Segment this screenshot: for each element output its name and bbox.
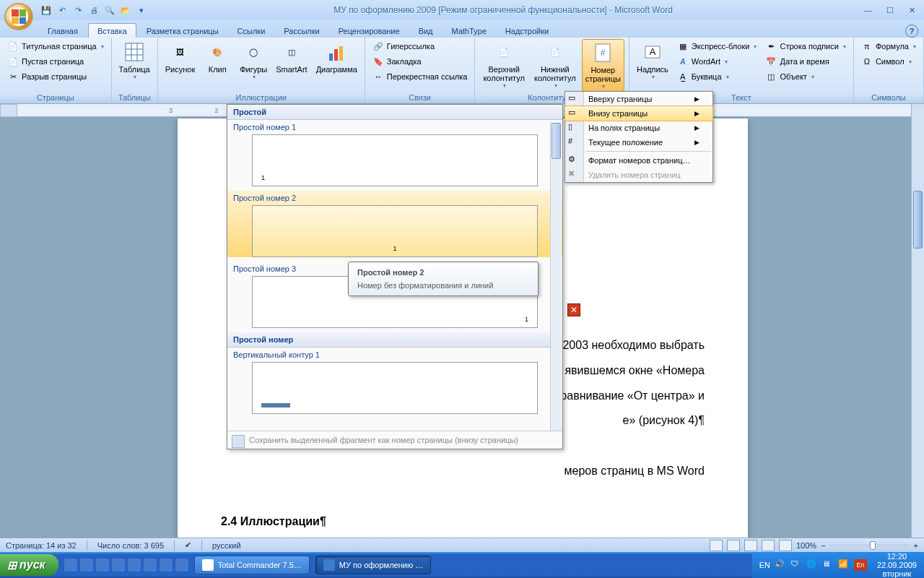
tray-icon-1[interactable]: 🔊 [775,559,786,571]
crossref-button[interactable]: ↔Перекрестная ссылка [370,69,471,84]
view-draft-button[interactable] [779,540,792,551]
help-button[interactable]: ? [905,25,918,38]
start-button[interactable]: ⊞пуск [0,554,58,576]
gallery-item-plain-1[interactable]: Простой номер 1 1 [227,120,562,186]
table-button[interactable]: Таблица▾ [116,39,153,82]
tab-page-layout[interactable]: Разметка страницы [138,24,227,38]
redo-icon[interactable]: ↷ [72,4,84,16]
menu-current-position[interactable]: #Текущее положение▶ [565,135,712,150]
header-button[interactable]: 📄Верхний колонтитул▾ [479,39,528,90]
ruler-corner[interactable] [0,104,17,117]
zoom-slider[interactable] [830,544,910,547]
page-number-icon: # [591,41,614,64]
dropcap-button[interactable]: A̲Буквица▾ [674,69,760,84]
smartart-button[interactable]: ◫SmartArt [273,39,310,75]
tab-addins[interactable]: Надстройки [497,24,557,38]
zoom-slider-handle[interactable] [870,541,876,550]
svg-rect-7 [339,46,343,61]
qat-more-icon[interactable]: ▾ [136,4,147,16]
equation-button[interactable]: πФормула▾ [858,39,919,53]
tab-mathtype[interactable]: MathType [443,24,495,38]
tray-lang-text[interactable]: EN [759,561,770,569]
footer-button[interactable]: 📄Нижний колонтитул▾ [531,39,579,90]
tray-icon-2[interactable]: 🛡 [790,559,802,571]
page-number-button[interactable]: #Номер страницы▾ [582,39,624,92]
gallery-scroll-thumb[interactable] [552,123,561,159]
tab-view[interactable]: Вид [410,24,442,38]
ql-icon-5[interactable] [128,558,141,571]
textbox-button[interactable]: AНадпись▾ [634,39,671,82]
tab-insert[interactable]: Вставка [88,23,136,38]
ribbon: 📄Титульная страница▾ 📄Пустая страница ✂Р… [0,38,924,104]
shapes-button[interactable]: ◯Фигуры▾ [237,39,270,82]
tab-mailings[interactable]: Рассылки [275,24,328,38]
tab-review[interactable]: Рецензирование [330,24,409,38]
ql-icon-7[interactable] [160,558,173,571]
taskbar-task-word[interactable]: МУ по оформлению … [315,556,431,574]
open-icon[interactable]: 📂 [120,4,131,16]
taskbar-task-totalcommander[interactable]: Total Commander 7.5… [194,556,310,574]
vertical-scrollbar[interactable] [911,104,924,538]
zoom-out-button[interactable]: − [821,541,825,550]
menu-top-of-page[interactable]: ▭Вверху страницы▶ [565,92,712,106]
status-language[interactable]: русский [212,541,240,550]
signature-line-button[interactable]: ✒Строка подписи▾ [762,39,848,53]
maximize-button[interactable]: ☐ [881,4,899,16]
undo-icon[interactable]: ↶ [56,4,68,16]
embedded-frame-close-button[interactable]: ✕ [567,303,580,316]
chart-button[interactable]: Диаграмма [313,39,360,75]
zoom-in-button[interactable]: + [914,541,918,550]
object-button[interactable]: ◫Объект▾ [762,69,848,84]
datetime-button[interactable]: 📅Дата и время [762,54,848,69]
dropcap-icon: A̲ [677,71,689,82]
zoom-level[interactable]: 100% [796,541,816,550]
office-button[interactable] [4,3,33,30]
gallery-scrollbar[interactable] [550,122,562,431]
view-print-layout-button[interactable] [710,540,723,551]
status-spellcheck-icon[interactable]: ✔ [185,540,191,550]
tray-icon-3[interactable]: 🌐 [806,559,818,571]
menu-bottom-of-page[interactable]: ▭Внизу страницы▶ [565,105,713,121]
wordart-button[interactable]: AWordArt▾ [674,54,760,69]
windows-logo-icon: ⊞ [7,558,17,572]
tray-lang-badge[interactable]: En [854,559,867,571]
tray-clock[interactable]: 12:20 22.09.2009 вторник [877,552,917,578]
symbol-button[interactable]: ΩСимвол▾ [858,54,919,69]
view-outline-button[interactable] [762,540,775,551]
ql-icon-8[interactable] [175,558,188,571]
status-word-count[interactable]: Число слов: 3 695 [97,541,164,550]
print-icon[interactable]: 🖨 [88,4,100,16]
close-button[interactable]: ✕ [902,4,921,16]
bookmark-button[interactable]: 🔖Закладка [370,54,471,69]
blank-page-button[interactable]: 📄Пустая страница [4,54,107,69]
picture-button[interactable]: 🖼Рисунок [162,39,199,75]
tray-icon-4[interactable]: 🖥 [822,559,834,571]
page-break-button[interactable]: ✂Разрыв страницы [4,69,107,84]
cover-page-button[interactable]: 📄Титульная страница▾ [4,39,107,53]
hyperlink-button[interactable]: 🔗Гиперссылка [370,39,471,53]
scroll-thumb[interactable] [913,191,923,249]
svg-rect-6 [334,49,338,61]
quickparts-button[interactable]: ▦Экспресс-блоки▾ [674,39,760,53]
ql-icon-6[interactable] [144,558,157,571]
view-fullscreen-button[interactable] [727,540,740,551]
gallery-item-vertical-1[interactable]: Вертикальный контур 1 [227,348,562,414]
ql-icon-4[interactable] [112,558,125,571]
ql-icon-3[interactable] [96,558,109,571]
preview-icon[interactable]: 🔍 [104,4,116,16]
clipart-button[interactable]: 🎨Клип [201,39,234,75]
save-icon[interactable]: 💾 [40,4,52,16]
tray-icon-5[interactable]: 📶 [838,559,850,571]
status-page[interactable]: Страница: 14 из 32 [6,541,77,550]
menu-format-page-numbers[interactable]: ⚙Формат номеров страниц… [565,153,712,168]
tab-references[interactable]: Ссылки [229,24,274,38]
ql-icon-2[interactable] [80,558,93,571]
gallery-item-plain-2[interactable]: Простой номер 2 1 [227,191,562,257]
ql-icon-1[interactable] [64,558,77,571]
gallery-save-selection[interactable]: Сохранить выделенный фрагмент как номер … [227,431,562,449]
view-web-button[interactable] [744,540,757,551]
current-pos-icon: # [568,137,581,148]
menu-page-margins[interactable]: ▯На полях страницы▶ [565,121,712,135]
minimize-button[interactable]: — [859,4,878,16]
tab-home[interactable]: Главная [39,24,87,38]
